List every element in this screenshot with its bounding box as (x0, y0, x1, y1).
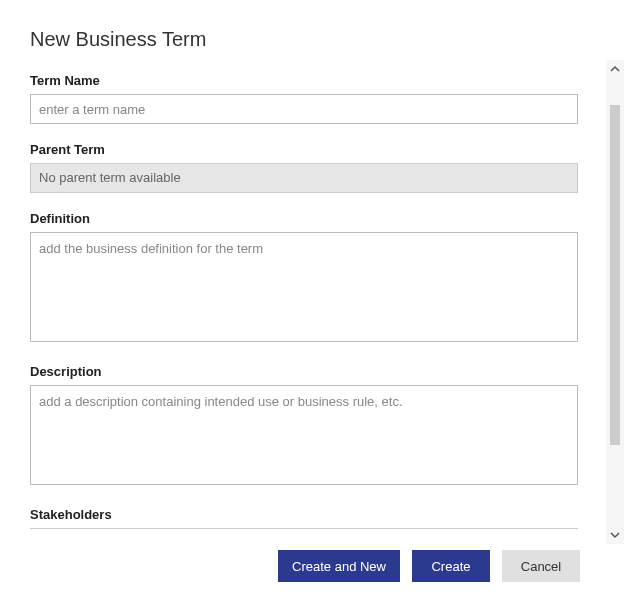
definition-group: Definition (30, 211, 578, 346)
scroll-down-icon[interactable] (606, 526, 624, 544)
create-button[interactable]: Create (412, 550, 490, 582)
scroll-up-icon[interactable] (606, 60, 624, 78)
create-and-new-button[interactable]: Create and New (278, 550, 400, 582)
term-name-label: Term Name (30, 73, 578, 88)
parent-term-label: Parent Term (30, 142, 578, 157)
form-body: Term Name Parent Term No parent term ava… (30, 73, 578, 529)
dialog-container: New Business Term Term Name Parent Term … (0, 0, 624, 604)
description-input[interactable] (30, 385, 578, 485)
stakeholders-group: Stakeholders (30, 507, 578, 529)
definition-label: Definition (30, 211, 578, 226)
scrollbar-track[interactable] (606, 60, 624, 544)
stakeholders-label: Stakeholders (30, 507, 578, 522)
definition-input[interactable] (30, 232, 578, 342)
term-name-input[interactable] (30, 94, 578, 124)
description-group: Description (30, 364, 578, 489)
scrollbar-thumb[interactable] (610, 105, 620, 445)
parent-term-display: No parent term available (30, 163, 578, 193)
term-name-group: Term Name (30, 73, 578, 124)
description-label: Description (30, 364, 578, 379)
cancel-button[interactable]: Cancel (502, 550, 580, 582)
button-row: Create and New Create Cancel (278, 550, 580, 582)
page-title: New Business Term (30, 28, 616, 51)
stakeholders-divider (30, 528, 578, 529)
parent-term-group: Parent Term No parent term available (30, 142, 578, 193)
